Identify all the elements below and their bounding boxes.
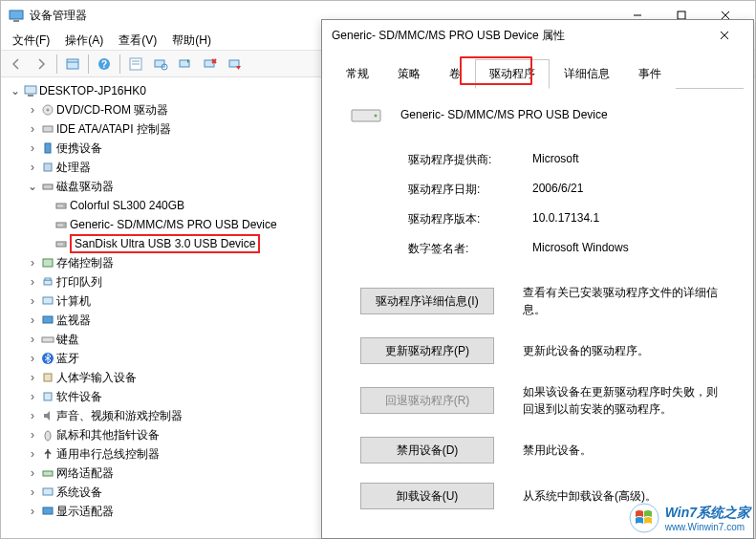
info-signer-label: 数字签名者: <box>408 241 532 257</box>
toolbar-forward[interactable] <box>30 53 53 75</box>
rollback-driver-desc: 如果该设备在更新驱动程序时失败，则回退到以前安装的驱动程序。 <box>523 383 724 418</box>
svg-rect-38 <box>43 316 53 323</box>
svg-rect-36 <box>45 278 51 280</box>
toolbar-separator <box>56 54 57 74</box>
info-signer-value: Microsoft Windows <box>532 241 629 257</box>
windows-logo-icon <box>629 503 659 533</box>
drive-icon <box>351 104 381 125</box>
keyboard-icon <box>39 333 56 346</box>
hid-icon <box>39 371 56 384</box>
tab-strip: 常规 策略 卷 驱动程序 详细信息 事件 <box>332 58 744 89</box>
svg-rect-25 <box>45 143 51 153</box>
app-icon <box>9 8 24 23</box>
disable-device-button[interactable]: 禁用设备(D) <box>360 437 494 464</box>
svg-point-33 <box>63 244 65 246</box>
svg-rect-35 <box>44 280 52 285</box>
dvd-icon <box>39 103 56 117</box>
collapse-icon[interactable]: ⌄ <box>26 180 39 193</box>
toolbar-properties[interactable] <box>124 53 147 75</box>
expand-icon[interactable]: › <box>26 333 39 346</box>
expand-icon[interactable]: › <box>26 141 39 155</box>
expand-icon[interactable]: › <box>26 466 39 480</box>
svg-rect-42 <box>44 393 52 400</box>
expand-icon[interactable]: › <box>26 390 39 403</box>
controller-icon <box>39 122 56 136</box>
expand-icon[interactable]: ⌄ <box>9 84 22 97</box>
toolbar-disable[interactable] <box>224 53 247 75</box>
svg-rect-13 <box>155 60 164 67</box>
toolbar-update[interactable] <box>174 53 197 75</box>
device-name: Generic- SD/MMC/MS PRO USB Device <box>400 108 608 121</box>
rollback-driver-button[interactable]: 回退驱动程序(R) <box>360 387 494 414</box>
menu-action[interactable]: 操作(A) <box>57 30 111 50</box>
usb-icon <box>39 447 56 461</box>
toolbar-help[interactable]: ? <box>93 53 116 75</box>
svg-point-50 <box>375 115 378 118</box>
tab-details[interactable]: 详细信息 <box>550 59 624 89</box>
info-date-label: 驱动程序日期: <box>408 182 532 198</box>
toolbar-uninstall[interactable] <box>199 53 222 75</box>
svg-rect-37 <box>43 297 53 304</box>
update-driver-desc: 更新此设备的驱动程序。 <box>523 342 724 359</box>
expand-icon[interactable]: › <box>26 505 39 518</box>
info-version-value: 10.0.17134.1 <box>532 211 599 227</box>
toolbar-show-hide[interactable] <box>61 53 84 75</box>
dialog-body: 常规 策略 卷 驱动程序 详细信息 事件 Generic- SD/MMC/MS … <box>322 51 753 539</box>
storage-icon <box>39 256 56 270</box>
driver-details-button[interactable]: 驱动程序详细信息(I) <box>360 288 494 314</box>
svg-rect-3 <box>678 11 685 19</box>
mouse-icon <box>39 428 56 442</box>
expand-icon[interactable]: › <box>26 122 39 136</box>
expand-icon[interactable]: › <box>26 103 39 117</box>
dialog-close-button[interactable] <box>705 22 744 49</box>
info-provider-label: 驱动程序提供商: <box>408 152 532 168</box>
properties-dialog: Generic- SD/MMC/MS PRO USB Device 属性 常规 … <box>321 19 754 539</box>
svg-rect-20 <box>25 86 36 94</box>
menu-help[interactable]: 帮助(H) <box>164 30 219 50</box>
svg-point-43 <box>45 431 51 441</box>
expand-icon[interactable]: › <box>26 294 39 308</box>
expand-icon[interactable]: › <box>26 371 39 384</box>
expand-icon[interactable]: › <box>26 409 39 422</box>
update-driver-button[interactable]: 更新驱动程序(P) <box>360 337 494 364</box>
svg-point-29 <box>63 205 65 207</box>
expand-icon[interactable]: › <box>26 275 39 289</box>
svg-rect-26 <box>44 163 52 171</box>
menu-view[interactable]: 查看(V) <box>111 30 164 50</box>
expand-icon[interactable]: › <box>26 428 39 442</box>
expand-icon[interactable]: › <box>26 447 39 461</box>
portable-icon <box>39 141 56 155</box>
toolbar-separator <box>88 54 89 74</box>
cpu-icon <box>39 161 56 174</box>
printer-icon <box>39 275 56 289</box>
toolbar-back[interactable] <box>5 53 28 75</box>
svg-rect-39 <box>42 337 54 342</box>
tab-policy[interactable]: 策略 <box>383 59 435 89</box>
dialog-titlebar: Generic- SD/MMC/MS PRO USB Device 属性 <box>322 20 753 51</box>
expand-icon[interactable]: › <box>26 352 39 365</box>
expand-icon[interactable]: › <box>26 256 39 270</box>
menu-file[interactable]: 文件(F) <box>5 30 57 50</box>
info-provider-value: Microsoft <box>532 152 579 168</box>
watermark-url: www.Winwin7.com <box>665 522 750 532</box>
tab-general[interactable]: 常规 <box>332 59 383 89</box>
info-version-label: 驱动程序版本: <box>408 211 532 227</box>
info-date-value: 2006/6/21 <box>532 182 583 198</box>
expand-icon[interactable]: › <box>26 313 39 327</box>
uninstall-device-button[interactable]: 卸载设备(U) <box>360 483 494 509</box>
tab-highlight-annotation <box>460 56 532 85</box>
disk-icon <box>39 180 56 193</box>
svg-rect-24 <box>43 126 53 132</box>
bluetooth-icon <box>39 352 56 365</box>
svg-point-31 <box>63 225 65 226</box>
svg-rect-1 <box>13 20 19 22</box>
expand-icon[interactable]: › <box>26 161 39 174</box>
device-header: Generic- SD/MMC/MS PRO USB Device <box>351 104 724 125</box>
tab-events[interactable]: 事件 <box>624 59 676 89</box>
monitor-icon <box>39 313 56 327</box>
toolbar-separator <box>119 54 120 74</box>
driver-details-desc: 查看有关已安装驱动程序文件的详细信息。 <box>523 284 724 318</box>
dialog-title: Generic- SD/MMC/MS PRO USB Device 属性 <box>332 28 705 44</box>
toolbar-scan[interactable] <box>149 53 172 75</box>
expand-icon[interactable]: › <box>26 485 39 499</box>
